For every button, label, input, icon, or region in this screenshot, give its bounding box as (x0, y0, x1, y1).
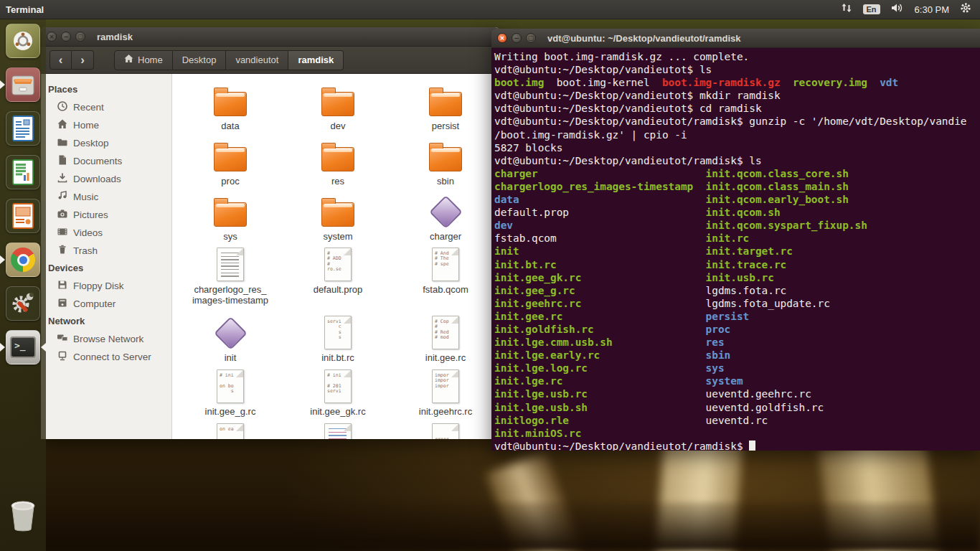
network-arrows-icon[interactable] (841, 3, 852, 16)
file-label: proc (221, 176, 239, 187)
file-item-default-prop[interactable]: # # ADD # ro.sedefault.prop (284, 246, 392, 314)
launcher-item-terminal[interactable]: >_ (6, 330, 40, 364)
launcher-item-impress[interactable] (6, 199, 40, 233)
file-item-sys[interactable]: sys (176, 193, 284, 246)
maximize-icon[interactable]: ▢ (526, 33, 536, 43)
file-icon-box (214, 138, 247, 174)
volume-icon[interactable] (891, 3, 904, 16)
file-item-chargerlogo-res[interactable]: chargerlogo_res_images-timestamp (176, 246, 284, 314)
file-item-partial[interactable]: on ea (176, 422, 284, 439)
text-file-icon: servi c s s (324, 316, 352, 349)
sidebar-item-trash[interactable]: Trash (41, 242, 171, 260)
launcher-item-chrome[interactable] (6, 242, 40, 277)
files-icon (6, 67, 40, 102)
sidebar-section-places: Places (41, 81, 171, 98)
sidebar-item-home[interactable]: Home (41, 116, 171, 134)
file-item-init-geehrc-rc[interactable]: impor impor imporinit.geehrc.rc (392, 368, 499, 422)
terminal-line: data init.qcom.early_boot.sh (494, 193, 980, 206)
terminal-line: vdt@ubuntu:~/Desktop/vandieutot/ramdisk$… (494, 115, 980, 128)
launcher-item-trash[interactable] (6, 499, 40, 533)
file-item-init[interactable]: init (176, 314, 284, 368)
back-button[interactable]: ‹ (50, 50, 72, 70)
file-item-data[interactable]: data (176, 83, 284, 138)
sidebar-item-pictures[interactable]: Pictures (41, 206, 171, 224)
file-preview-text: on ea (217, 424, 243, 433)
sidebar-item-documents[interactable]: Documents (41, 152, 171, 170)
text-file-icon: ##### (432, 423, 459, 440)
terminal-line: init.lge.early.rc sbin (494, 349, 980, 362)
sidebar-item-recent[interactable]: Recent (41, 98, 171, 116)
launcher-item-files[interactable] (6, 67, 40, 102)
file-manager-titlebar[interactable]: × − ▢ ramdisk (41, 27, 500, 47)
sidebar-item-label: Floppy Disk (73, 281, 124, 291)
file-item-partial[interactable] (284, 422, 392, 439)
sidebar-item-connect-to-server[interactable]: Connect to Server (41, 348, 171, 366)
file-icon-box (321, 83, 354, 118)
file-icon-box (321, 138, 354, 174)
maximize-icon[interactable]: ▢ (75, 32, 85, 42)
sidebar-item-desktop[interactable]: Desktop (41, 134, 171, 152)
file-grid: datadevpersistprocressbinsyssystemcharge… (172, 74, 500, 439)
terminal-line: init.miniOS.rc (494, 427, 980, 440)
file-item-persist[interactable]: persist (392, 83, 499, 138)
breadcrumb-desktop[interactable]: Desktop (173, 50, 227, 70)
file-icon-box (429, 83, 462, 118)
minimize-icon[interactable]: − (61, 32, 71, 42)
terminal-line: Writing boot.img-ramdisk.gz ... complete… (494, 50, 980, 63)
chrome-logo (11, 248, 35, 272)
terminal-line: init init.target.rc (494, 245, 980, 258)
file-item-system[interactable]: system (284, 193, 392, 246)
breadcrumb-vandieutot[interactable]: vandieutot (226, 50, 288, 70)
terminal-content[interactable]: Writing boot.img-ramdisk.gz ... complete… (491, 48, 980, 451)
sidebar-item-videos[interactable]: Videos (41, 224, 171, 242)
file-item-partial[interactable]: ##### (392, 422, 499, 439)
file-icon-box (324, 422, 352, 439)
launcher-item-calc[interactable] (6, 155, 40, 189)
keyboard-layout-badge[interactable]: En (863, 4, 880, 14)
terminal-titlebar[interactable]: × − ▢ vdt@ubuntu: ~/Desktop/vandieutot/r… (491, 29, 980, 48)
browse-network-icon (57, 332, 68, 346)
file-label: init.gee_g.rc (205, 406, 256, 417)
breadcrumb-ramdisk[interactable]: ramdisk (288, 50, 344, 70)
file-preview-text: servi c s s (325, 316, 351, 341)
sidebar-item-floppy-disk[interactable]: Floppy Disk (41, 277, 171, 295)
file-item-charger[interactable]: charger (392, 193, 499, 246)
file-item-init-gee-rc[interactable]: # Cop # # Red # modinit.gee.rc (392, 314, 499, 368)
close-icon[interactable]: × (47, 32, 57, 42)
file-item-init-gee-gk-rc[interactable]: # ini # 201 serviinit.gee_gk.rc (284, 368, 392, 422)
file-item-sbin[interactable]: sbin (392, 138, 499, 193)
clock[interactable]: 6:30 PM (915, 4, 949, 15)
file-icon-box (214, 193, 247, 229)
file-item-dev[interactable]: dev (284, 83, 392, 138)
terminal-line: vdt@ubuntu:~/Desktop/vandieutot$ mkdir r… (494, 89, 980, 102)
file-grid-row: procressbin (176, 138, 500, 193)
forward-button[interactable]: › (72, 50, 94, 70)
home-icon (124, 55, 133, 65)
dash-icon (6, 24, 40, 58)
window-title: ramdisk (97, 32, 133, 42)
file-item-init-gee-g-rc[interactable]: # ini on bo sinit.gee_g.rc (176, 368, 284, 422)
launcher-item-dash[interactable] (6, 24, 40, 58)
sidebar-item-label: Browse Network (73, 334, 143, 344)
launcher-item-settings[interactable] (6, 286, 40, 321)
file-item-res[interactable]: res (284, 138, 392, 193)
terminal-line: init.goldfish.rc proc (494, 323, 980, 336)
document-lines (221, 253, 239, 277)
close-icon[interactable]: × (497, 33, 507, 43)
breadcrumb-home[interactable]: Home (114, 50, 173, 70)
sidebar-item-music[interactable]: Music (41, 188, 171, 206)
file-item-fstab-qcom[interactable]: # And # The # spefstab.qcom (392, 246, 499, 314)
file-label: init.bt.rc (321, 352, 354, 363)
sidebar-item-downloads[interactable]: Downloads (41, 170, 171, 188)
sidebar-item-computer[interactable]: Computer (41, 295, 171, 313)
window-title: vdt@ubuntu: ~/Desktop/vandieutot/ramdisk (547, 33, 740, 44)
file-icon-box: # Cop # # Red # mod (432, 314, 459, 350)
computer-icon (57, 297, 68, 311)
file-icon-box (429, 138, 462, 174)
minimize-icon[interactable]: − (512, 33, 522, 43)
launcher-item-writer[interactable] (6, 111, 40, 146)
file-item-init-bt-rc[interactable]: servi c s sinit.bt.rc (284, 314, 392, 368)
sidebar-item-browse-network[interactable]: Browse Network (41, 330, 171, 348)
session-gear-icon[interactable] (960, 2, 971, 17)
file-item-proc[interactable]: proc (176, 138, 284, 193)
